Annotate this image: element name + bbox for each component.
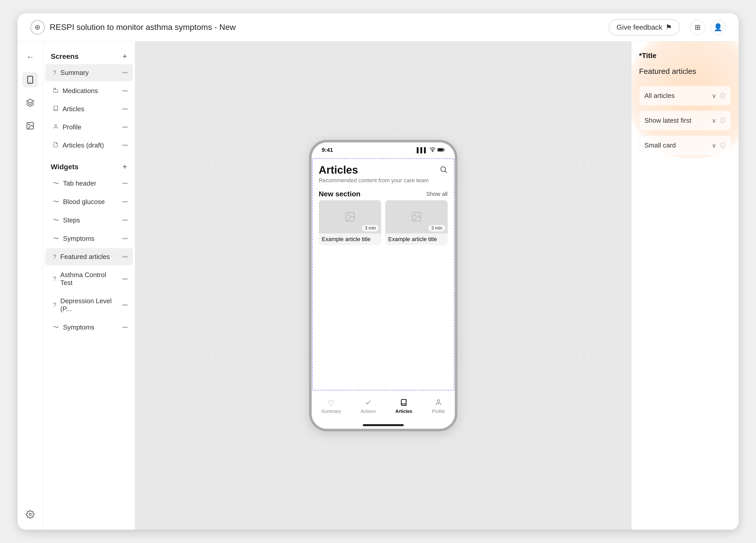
articles-screen-label: Articles — [63, 105, 118, 113]
phone-nav-actions-label: Actions — [361, 409, 376, 414]
phone-nav-articles-icon — [400, 399, 407, 408]
phone-content-area: Articles Recommended content from your c… — [312, 158, 454, 390]
svg-point-14 — [347, 214, 349, 216]
small-card-chevron-icon[interactable]: ∨ — [712, 142, 716, 149]
all-articles-row[interactable]: All articles ∨ ⓘ — [639, 86, 731, 106]
grid-menu-icon[interactable]: ⊞ — [690, 20, 705, 35]
svg-point-4 — [28, 124, 29, 125]
medications-screen-label: Medications — [63, 87, 118, 95]
show-latest-row[interactable]: Show latest first ∨ ⓘ — [639, 111, 731, 130]
mobile-preview-icon[interactable] — [22, 72, 38, 87]
widget-item-featured-articles[interactable]: ? Featured articles ••• — [45, 248, 133, 265]
phone-status-icons: ▌▌▌ — [417, 147, 445, 153]
blood-glucose-more-icon[interactable]: ••• — [122, 199, 128, 205]
summary-screen-icon: ? — [53, 69, 56, 76]
steps-widget-label: Steps — [63, 216, 118, 224]
screen-item-articles-draft[interactable]: Articles (draft) ••• — [45, 137, 133, 154]
main-content: ← — [18, 41, 739, 530]
icon-sidebar: ← — [18, 41, 43, 530]
phone-nav-summary-label: Summary — [321, 409, 341, 414]
phone-nav-actions[interactable]: Actions — [361, 399, 376, 414]
small-card-row[interactable]: Small card ∨ ⓘ — [639, 135, 731, 155]
phone-nav-articles-label: Articles — [395, 409, 412, 414]
phone-card-2[interactable]: 3 min Example article title — [385, 200, 448, 245]
svg-point-16 — [414, 214, 415, 216]
small-card-info-icon[interactable]: ⓘ — [720, 142, 726, 149]
articles-draft-screen-icon — [53, 142, 59, 149]
svg-rect-10 — [444, 149, 445, 151]
app-logo-icon: ⊕ — [30, 20, 45, 35]
featured-articles-more-icon[interactable]: ••• — [122, 254, 128, 260]
asthma-control-more-icon[interactable]: ••• — [122, 276, 128, 282]
widget-item-symptoms2[interactable]: 〜 Symptoms ••• — [45, 319, 133, 336]
symptoms2-more-icon[interactable]: ••• — [122, 324, 128, 330]
image-gallery-icon[interactable] — [22, 118, 38, 133]
phone-nav-summary[interactable]: ♡ Summary — [321, 399, 341, 414]
steps-more-icon[interactable]: ••• — [122, 217, 128, 223]
phone-nav-articles[interactable]: Articles — [395, 399, 412, 414]
settings-icon[interactable] — [22, 507, 38, 522]
profile-screen-more-icon[interactable]: ••• — [122, 124, 128, 130]
top-bar: ⊕ RESPI solution to monitor asthma sympt… — [18, 13, 739, 41]
top-bar-icons: ⊞ 👤 — [690, 20, 726, 35]
widget-item-asthma-control[interactable]: ? Asthma Control Test ••• — [45, 266, 133, 291]
screen-item-medications[interactable]: Medications ••• — [45, 82, 133, 99]
svg-point-6 — [55, 124, 57, 126]
screen-item-articles[interactable]: Articles ••• — [45, 100, 133, 118]
home-indicator-bar — [363, 424, 404, 426]
widget-item-symptoms[interactable]: 〜 Symptoms ••• — [45, 230, 133, 247]
depression-level-widget-label: Depression Level (P... — [60, 297, 118, 313]
phone-search-icon[interactable] — [439, 164, 448, 176]
battery-icon — [437, 147, 445, 153]
symptoms2-widget-icon: 〜 — [53, 323, 59, 331]
articles-draft-screen-more-icon[interactable]: ••• — [122, 142, 128, 148]
screens-section-header: Screens + — [43, 49, 135, 64]
phone-show-all-text[interactable]: Show all — [426, 191, 447, 197]
articles-screen-more-icon[interactable]: ••• — [122, 106, 128, 112]
svg-marker-2 — [27, 99, 34, 103]
symptoms-more-icon[interactable]: ••• — [122, 236, 128, 242]
summary-screen-label: Summary — [60, 69, 118, 77]
profile-screen-icon — [53, 124, 59, 131]
featured-articles-widget-icon: ? — [53, 253, 56, 261]
phone-articles-header: Articles Recommended content from your c… — [313, 159, 454, 186]
profile-screen-label: Profile — [63, 123, 118, 131]
blood-glucose-widget-label: Blood glucose — [63, 198, 118, 206]
summary-screen-more-icon[interactable]: ••• — [122, 70, 128, 76]
medications-screen-more-icon[interactable]: ••• — [122, 88, 128, 94]
phone-empty-content — [313, 249, 454, 390]
give-feedback-button[interactable]: Give feedback ⚑ — [609, 19, 680, 35]
add-screen-button[interactable]: + — [122, 52, 127, 61]
phone-card-1[interactable]: 3 min Example article title — [319, 200, 381, 245]
widget-item-steps[interactable]: 〜 Steps ••• — [45, 211, 133, 229]
all-articles-chevron-icon[interactable]: ∨ — [712, 92, 716, 99]
all-articles-info-icon[interactable]: ⓘ — [720, 92, 726, 100]
add-widget-button[interactable]: + — [122, 162, 127, 172]
screen-item-summary[interactable]: ? Summary ••• — [45, 64, 133, 81]
depression-level-more-icon[interactable]: ••• — [122, 302, 128, 308]
widget-item-depression-level[interactable]: ? Depression Level (P... ••• — [45, 292, 133, 318]
phone-nav-summary-icon: ♡ — [328, 399, 335, 408]
symptoms2-widget-label: Symptoms — [63, 323, 118, 331]
show-latest-info-icon[interactable]: ⓘ — [720, 117, 726, 125]
asthma-control-widget-label: Asthma Control Test — [60, 271, 118, 287]
svg-line-12 — [445, 171, 447, 173]
show-latest-label: Show latest first — [645, 117, 692, 125]
tab-header-more-icon[interactable]: ••• — [122, 180, 128, 186]
phone-articles-title-text: Articles — [319, 164, 358, 176]
featured-articles-widget-label: Featured articles — [60, 253, 118, 261]
phone-card-1-title: Example article title — [319, 233, 381, 245]
user-avatar-icon[interactable]: 👤 — [710, 20, 726, 35]
screen-item-profile[interactable]: Profile ••• — [45, 119, 133, 136]
widget-item-tab-header[interactable]: 〜 Tab header ••• — [45, 175, 133, 192]
screens-label: Screens — [51, 52, 79, 61]
phone-nav-profile[interactable]: Profile — [432, 399, 445, 414]
phone-card-2-image: 3 min — [385, 200, 448, 233]
small-card-row-actions: ∨ ⓘ — [712, 142, 726, 149]
show-latest-chevron-icon[interactable]: ∨ — [712, 117, 716, 124]
show-latest-row-actions: ∨ ⓘ — [712, 117, 726, 125]
back-arrow-icon[interactable]: ← — [22, 49, 38, 64]
layers-icon[interactable] — [22, 95, 38, 110]
phone-section-title-text: New section — [319, 190, 360, 198]
widget-item-blood-glucose[interactable]: 〜 Blood glucose ••• — [45, 193, 133, 210]
